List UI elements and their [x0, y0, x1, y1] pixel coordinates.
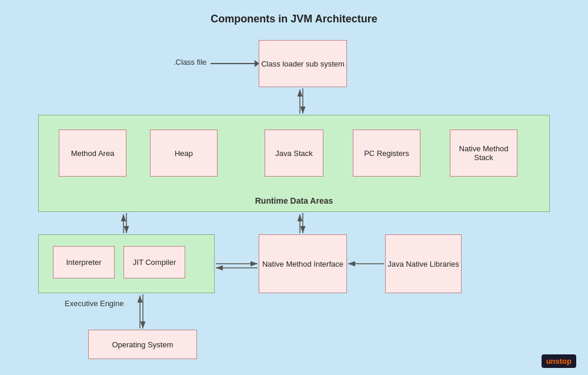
java-stack-box: Java Stack	[265, 130, 323, 177]
class-loader-box: Class loader sub system	[259, 40, 347, 87]
unstop-logo-text: unstop	[542, 354, 576, 368]
jit-compiler-box: JIT Compiler	[123, 246, 185, 278]
heap-box: Heap	[150, 130, 218, 177]
java-native-libraries-box: Java Native Libraries	[385, 234, 462, 293]
unstop-suffix: stop	[556, 357, 572, 366]
method-area-box: Method Area	[59, 130, 126, 177]
pc-registers-box: PC Registers	[353, 130, 420, 177]
main-title: Components in JVM Architecture	[0, 0, 588, 25]
native-method-stack-box: Native Method Stack	[450, 130, 517, 177]
exec-engine-label: Executive Engine	[65, 299, 123, 308]
unstop-logo: unstop	[542, 354, 576, 368]
runtime-area-label: Runtime Data Areas	[39, 196, 549, 205]
unstop-prefix: un	[546, 357, 556, 366]
interpreter-box: Interpreter	[53, 246, 115, 278]
class-file-arrow	[211, 63, 259, 64]
native-method-interface-box: Native Method Interface	[259, 234, 347, 293]
class-file-label: .Class file	[173, 58, 206, 67]
os-box: Operating System	[88, 330, 197, 359]
diagram-container: Components in JVM Architecture .Class fi…	[0, 0, 588, 375]
